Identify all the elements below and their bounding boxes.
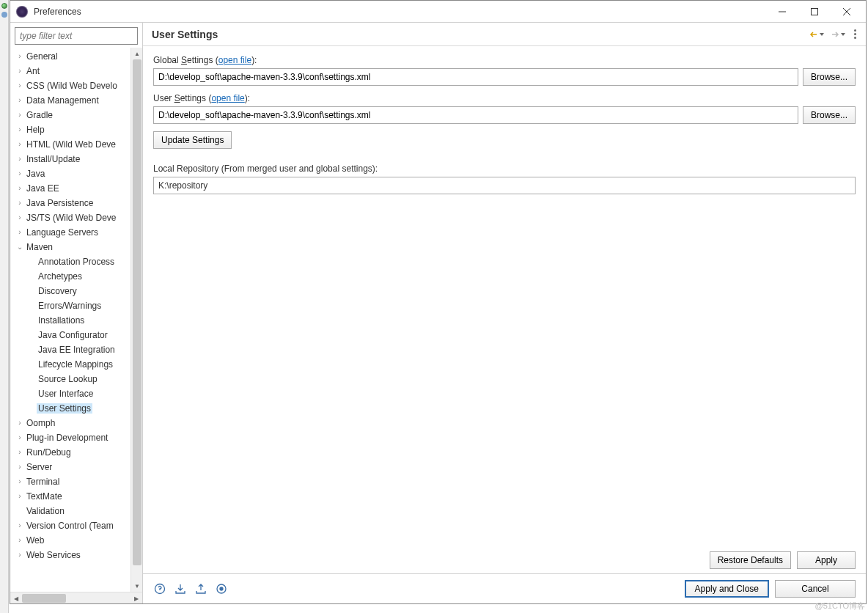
ide-left-gutter bbox=[0, 0, 9, 613]
tree-item[interactable]: ›Data Management bbox=[10, 93, 130, 108]
restore-defaults-button[interactable]: Restore Defaults bbox=[710, 551, 791, 569]
tree-item[interactable]: ›Plug-in Development bbox=[10, 430, 130, 445]
local-repository-input[interactable] bbox=[153, 177, 856, 194]
chevron-right-icon[interactable]: › bbox=[15, 155, 25, 163]
tree-item[interactable]: ›Install/Update bbox=[10, 152, 130, 166]
tree-item[interactable]: ›Ant bbox=[10, 64, 130, 78]
tree-item[interactable]: ⌄Maven bbox=[10, 240, 130, 254]
tree-item[interactable]: Errors/Warnings bbox=[10, 298, 130, 313]
scroll-thumb-h[interactable] bbox=[22, 594, 66, 603]
tree-item[interactable]: ›JS/TS (Wild Web Deve bbox=[10, 210, 130, 225]
chevron-right-icon[interactable]: › bbox=[15, 478, 25, 485]
tree-item[interactable]: ›Terminal bbox=[10, 474, 130, 489]
tree-item[interactable]: ›Language Servers bbox=[10, 225, 130, 240]
chevron-right-icon[interactable]: › bbox=[15, 53, 25, 60]
update-settings-button[interactable]: Update Settings bbox=[153, 131, 232, 149]
chevron-right-icon[interactable]: › bbox=[15, 214, 25, 221]
scroll-thumb[interactable] bbox=[133, 59, 141, 565]
tree-item[interactable]: Lifecycle Mappings bbox=[10, 357, 130, 372]
horizontal-scrollbar[interactable]: ◀ ▶ bbox=[10, 592, 142, 603]
tree-item-label: Install/Update bbox=[25, 154, 81, 164]
oomph-record-icon[interactable] bbox=[215, 582, 228, 595]
chevron-right-icon[interactable]: › bbox=[15, 419, 25, 427]
tree-item[interactable]: ›HTML (Wild Web Deve bbox=[10, 137, 130, 152]
chevron-right-icon[interactable]: › bbox=[15, 67, 25, 75]
chevron-right-icon[interactable]: › bbox=[15, 111, 25, 119]
tree-item-label: Data Management bbox=[25, 95, 100, 106]
run-icon[interactable] bbox=[1, 3, 7, 9]
tree-item[interactable]: ›Java bbox=[10, 166, 130, 181]
tree-item[interactable]: Archetypes bbox=[10, 269, 130, 284]
chevron-right-icon[interactable]: › bbox=[15, 449, 25, 456]
tree-item[interactable]: Source Lookup bbox=[10, 372, 130, 386]
tree-item[interactable]: ›Help bbox=[10, 122, 130, 137]
export-icon[interactable] bbox=[194, 582, 207, 595]
global-settings-input[interactable] bbox=[153, 68, 798, 86]
close-button[interactable] bbox=[831, 1, 863, 22]
chevron-right-icon[interactable]: › bbox=[15, 434, 25, 441]
chevron-right-icon[interactable]: › bbox=[15, 463, 25, 471]
chevron-right-icon[interactable]: › bbox=[15, 185, 25, 192]
tree-item[interactable]: Annotation Process bbox=[10, 254, 130, 269]
chevron-right-icon[interactable]: › bbox=[15, 97, 25, 104]
vertical-scrollbar[interactable]: ▲ ▼ bbox=[130, 48, 142, 592]
user-browse-button[interactable]: Browse... bbox=[803, 106, 856, 124]
tree-item[interactable]: Java EE Integration bbox=[10, 342, 130, 357]
chevron-down-icon[interactable]: ⌄ bbox=[15, 243, 25, 251]
menu-icon[interactable] bbox=[854, 29, 857, 39]
tree-item[interactable]: ›Version Control (Team bbox=[10, 518, 130, 533]
filter-input[interactable] bbox=[15, 27, 138, 45]
cancel-button[interactable]: Cancel bbox=[775, 580, 856, 598]
apply-button[interactable]: Apply bbox=[797, 551, 856, 569]
user-open-file-link[interactable]: open file bbox=[211, 93, 244, 103]
tree-item[interactable]: Installations bbox=[10, 313, 130, 328]
tree-item[interactable]: ›Gradle bbox=[10, 108, 130, 122]
chevron-right-icon[interactable]: › bbox=[15, 493, 25, 500]
tree-item[interactable]: ›Run/Debug bbox=[10, 445, 130, 460]
tree-item[interactable]: ›TextMate bbox=[10, 489, 130, 504]
maximize-button[interactable] bbox=[798, 1, 831, 22]
help-icon[interactable] bbox=[153, 582, 166, 595]
tree-item[interactable]: ›CSS (Wild Web Develo bbox=[10, 78, 130, 93]
chevron-right-icon[interactable]: › bbox=[15, 82, 25, 89]
tree-item[interactable]: ›Server bbox=[10, 460, 130, 474]
forward-button[interactable] bbox=[828, 29, 847, 40]
tree-item[interactable]: User Settings bbox=[10, 401, 130, 416]
chevron-right-icon[interactable]: › bbox=[15, 229, 25, 236]
global-open-file-link[interactable]: open file bbox=[218, 55, 251, 65]
tree-item[interactable]: Validation bbox=[10, 504, 130, 518]
scroll-down-icon[interactable]: ▼ bbox=[131, 580, 142, 592]
minimize-button[interactable] bbox=[766, 1, 798, 22]
chevron-right-icon[interactable]: › bbox=[15, 522, 25, 529]
global-browse-button[interactable]: Browse... bbox=[803, 68, 856, 86]
chevron-right-icon[interactable]: › bbox=[15, 199, 25, 207]
import-icon[interactable] bbox=[174, 582, 187, 595]
chevron-right-icon[interactable]: › bbox=[15, 126, 25, 133]
tree-item[interactable]: ›Java EE bbox=[10, 181, 130, 196]
tree-item[interactable]: ›Java Persistence bbox=[10, 196, 130, 210]
user-settings-input[interactable] bbox=[153, 106, 798, 124]
tree-item[interactable]: User Interface bbox=[10, 386, 130, 401]
tree-item-label: TextMate bbox=[25, 491, 64, 502]
tree-item[interactable]: Java Configurator bbox=[10, 328, 130, 342]
tree-item-label: Errors/Warnings bbox=[37, 301, 103, 311]
tree-item[interactable]: ›Web bbox=[10, 533, 130, 548]
scroll-left-icon[interactable]: ◀ bbox=[10, 592, 22, 603]
scroll-up-icon[interactable]: ▲ bbox=[131, 48, 142, 59]
back-button[interactable] bbox=[807, 29, 825, 40]
tree-item[interactable]: ›Web Services bbox=[10, 548, 130, 562]
chevron-right-icon[interactable]: › bbox=[15, 141, 25, 148]
preferences-tree[interactable]: ›General›Ant›CSS (Wild Web Develo›Data M… bbox=[10, 48, 130, 592]
tree-item[interactable]: ›General bbox=[10, 49, 130, 64]
chevron-right-icon[interactable]: › bbox=[15, 537, 25, 544]
scroll-right-icon[interactable]: ▶ bbox=[130, 592, 142, 603]
apply-and-close-button[interactable]: Apply and Close bbox=[685, 580, 769, 598]
chevron-right-icon[interactable]: › bbox=[15, 170, 25, 177]
chevron-right-icon[interactable]: › bbox=[15, 551, 25, 559]
tree-item[interactable]: Discovery bbox=[10, 284, 130, 298]
tree-item[interactable]: ›Oomph bbox=[10, 416, 130, 430]
preferences-window: Preferences ›General›Ant›CSS (Wild Web D… bbox=[10, 0, 867, 604]
tree-item-label: Java Configurator bbox=[37, 330, 109, 340]
debug-icon[interactable] bbox=[1, 12, 7, 18]
tree-item-label: User Interface bbox=[37, 389, 95, 399]
